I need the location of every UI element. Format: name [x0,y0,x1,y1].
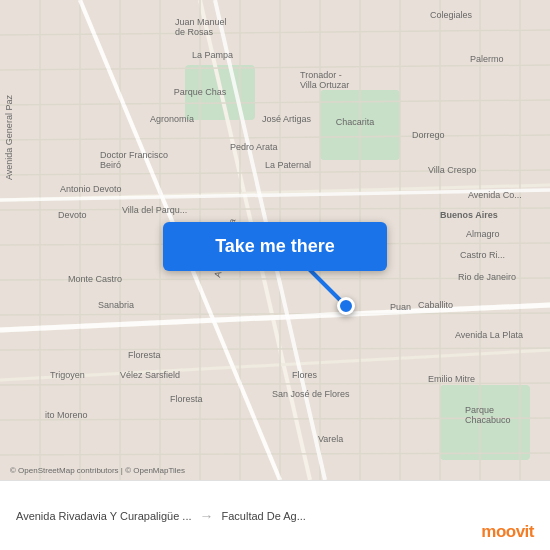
svg-text:Floresta: Floresta [128,350,161,360]
svg-text:Parque: Parque [465,405,494,415]
bottom-bar: Avenida Rivadavia Y Curapaligüe ... → Fa… [0,480,550,550]
svg-text:La Pampa: La Pampa [192,50,233,60]
moovit-logo: moovit [481,522,534,542]
map-container: Parque Chas Chacarita Avenida Nazca Cole… [0,0,550,480]
origin-text: Avenida Rivadavia Y Curapaligüe ... [16,510,192,522]
route-arrow: → [200,508,214,524]
take-me-there-button[interactable]: Take me there [163,222,387,271]
svg-text:ito Moreno: ito Moreno [45,410,88,420]
svg-text:Floresta: Floresta [170,394,203,404]
svg-text:Emilio Mitre: Emilio Mitre [428,374,475,384]
svg-text:© OpenStreetMap contributors |: © OpenStreetMap contributors | © OpenMap… [10,466,185,475]
svg-text:Villa Ortuzar: Villa Ortuzar [300,80,349,90]
svg-text:Agronomía: Agronomía [150,114,194,124]
svg-text:Chacarita: Chacarita [336,117,375,127]
svg-text:Tronador -: Tronador - [300,70,342,80]
svg-text:Rio de Janeiro: Rio de Janeiro [458,272,516,282]
svg-text:Trigoyen: Trigoyen [50,370,85,380]
svg-text:Villa del Parqu...: Villa del Parqu... [122,205,187,215]
svg-text:Avenida La Plata: Avenida La Plata [455,330,523,340]
svg-text:Chacabuco: Chacabuco [465,415,511,425]
svg-text:Dorrego: Dorrego [412,130,445,140]
svg-text:San José de Flores: San José de Flores [272,389,350,399]
svg-text:Beiró: Beiró [100,160,121,170]
svg-text:Buenos Aires: Buenos Aires [440,210,498,220]
svg-text:Juan Manuel: Juan Manuel [175,17,227,27]
svg-text:Villa Crespo: Villa Crespo [428,165,476,175]
svg-text:Pedro Arata: Pedro Arata [230,142,278,152]
svg-text:Caballito: Caballito [418,300,453,310]
svg-text:La Paternal: La Paternal [265,160,311,170]
svg-text:de Rosas: de Rosas [175,27,214,37]
svg-text:Flores: Flores [292,370,318,380]
svg-text:Palermo: Palermo [470,54,504,64]
svg-text:Monte Castro: Monte Castro [68,274,122,284]
svg-text:Colegiales: Colegiales [430,10,473,20]
svg-text:José Artigas: José Artigas [262,114,312,124]
svg-text:Puan: Puan [390,302,411,312]
svg-text:Doctor Francisco: Doctor Francisco [100,150,168,160]
svg-text:Avenida General Paz: Avenida General Paz [4,95,14,180]
svg-text:Castro Ri...: Castro Ri... [460,250,505,260]
svg-text:Avenida Co...: Avenida Co... [468,190,522,200]
svg-text:Devoto: Devoto [58,210,87,220]
location-marker [337,297,355,315]
svg-text:Parque Chas: Parque Chas [174,87,227,97]
svg-text:Vélez Sarsfield: Vélez Sarsfield [120,370,180,380]
svg-text:Varela: Varela [318,434,343,444]
destination-text: Facultad De Ag... [222,510,306,522]
svg-text:Sanabria: Sanabria [98,300,134,310]
svg-text:Antonio Devoto: Antonio Devoto [60,184,122,194]
svg-text:Almagro: Almagro [466,229,500,239]
route-row: Avenida Rivadavia Y Curapaligüe ... → Fa… [16,508,534,524]
